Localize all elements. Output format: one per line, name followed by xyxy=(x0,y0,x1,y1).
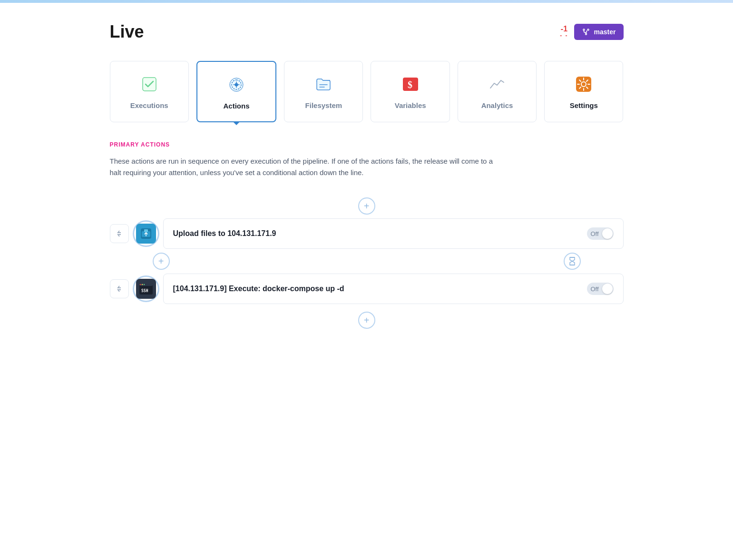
wait-icon-button[interactable] xyxy=(564,253,581,270)
svg-text:SSH: SSH xyxy=(141,289,148,293)
reorder-ssh-button[interactable] xyxy=(110,279,129,298)
action-row-ssh-wrap: SSH [104.131.171.9] Execute: docker-comp… xyxy=(110,270,624,308)
page-container: Live -1 - - master xyxy=(81,3,652,348)
tab-settings[interactable]: Settings xyxy=(544,61,623,122)
tab-executions[interactable]: Executions xyxy=(110,61,189,122)
tab-icon-executions-wrap xyxy=(138,73,161,96)
hourglass-icon xyxy=(567,256,577,266)
upload-toggle-wrap: Off xyxy=(587,227,614,240)
upload-action-icon xyxy=(136,224,156,244)
svg-rect-7 xyxy=(317,80,330,90)
action-row-ssh: SSH [104.131.171.9] Execute: docker-comp… xyxy=(110,274,624,304)
analytics-icon xyxy=(489,76,506,93)
action-row-upload: Upload files to 104.131.171.9 Off xyxy=(110,218,624,249)
tab-icon-variables-wrap: $ xyxy=(399,73,422,96)
notification-badge: -1 - - xyxy=(560,25,568,39)
tab-icon-filesystem-wrap xyxy=(312,73,335,96)
actions-icon xyxy=(228,76,245,93)
reorder-ssh-icon xyxy=(116,285,123,293)
ssh-action-icon: SSH xyxy=(136,279,156,299)
branch-label: master xyxy=(594,28,616,36)
svg-point-1 xyxy=(587,29,589,30)
upload-toggle-label: Off xyxy=(591,230,599,237)
reorder-upload-button[interactable] xyxy=(110,224,129,243)
notification-dashes: - - xyxy=(560,33,568,39)
notification-count: -1 xyxy=(560,25,568,33)
ssh-action-name: [104.131.171.9] Execute: docker-compose … xyxy=(173,285,344,293)
branch-icon xyxy=(582,28,590,36)
branch-button[interactable]: master xyxy=(574,24,624,40)
executions-icon xyxy=(141,76,158,93)
ssh-icon-svg: SSH xyxy=(139,283,153,295)
tabs-row: Executions Actions xyxy=(110,61,624,122)
svg-point-2 xyxy=(585,33,586,35)
ssh-toggle-label: Off xyxy=(591,285,599,293)
page-header: Live -1 - - master xyxy=(110,22,624,42)
settings-icon xyxy=(575,75,593,93)
between-actions: + xyxy=(110,253,624,270)
ssh-toggle-wrap: Off xyxy=(587,283,614,295)
upload-action-icon-wrap xyxy=(133,220,159,247)
tab-label-filesystem: Filesystem xyxy=(305,101,342,109)
tab-actions[interactable]: Actions xyxy=(196,61,276,122)
section-description: These actions are run in sequence on eve… xyxy=(110,156,500,178)
svg-rect-4 xyxy=(143,78,156,91)
upload-toggle[interactable]: Off xyxy=(587,227,614,240)
svg-text:$: $ xyxy=(408,79,412,90)
tab-analytics[interactable]: Analytics xyxy=(458,61,537,122)
svg-point-0 xyxy=(583,29,585,30)
ssh-toggle-slider: Off xyxy=(587,283,614,295)
svg-rect-19 xyxy=(139,283,153,286)
tab-icon-analytics-wrap xyxy=(486,73,508,96)
header-right: -1 - - master xyxy=(560,24,623,40)
svg-point-6 xyxy=(235,83,238,87)
action-row-upload-wrap: Upload files to 104.131.171.9 Off xyxy=(110,215,624,253)
tab-label-variables: Variables xyxy=(395,101,426,109)
tab-label-actions: Actions xyxy=(223,102,249,110)
upload-toggle-slider: Off xyxy=(587,227,614,240)
add-action-bottom-button[interactable]: + xyxy=(358,312,375,329)
page-title: Live xyxy=(110,22,144,42)
add-action-top-button[interactable]: + xyxy=(358,197,375,215)
reorder-icon xyxy=(116,230,123,237)
add-action-middle-button[interactable]: + xyxy=(153,253,170,270)
tab-filesystem[interactable]: Filesystem xyxy=(284,61,363,122)
tab-icon-settings-wrap xyxy=(572,73,595,96)
ssh-toggle[interactable]: Off xyxy=(587,283,614,295)
variables-icon: $ xyxy=(401,75,420,94)
tab-variables[interactable]: $ Variables xyxy=(371,61,450,122)
filesystem-icon xyxy=(315,76,332,93)
upload-icon-svg xyxy=(140,227,152,240)
tab-label-analytics: Analytics xyxy=(481,101,513,109)
ssh-action-content[interactable]: [104.131.171.9] Execute: docker-compose … xyxy=(163,274,624,304)
tab-icon-actions-wrap xyxy=(225,73,248,96)
ssh-action-icon-wrap: SSH xyxy=(133,275,159,302)
tab-label-settings: Settings xyxy=(570,101,598,109)
section-title: PRIMARY ACTIONS xyxy=(110,141,624,148)
tab-label-executions: Executions xyxy=(130,101,168,109)
upload-action-content[interactable]: Upload files to 104.131.171.9 Off xyxy=(163,218,624,249)
upload-action-name: Upload files to 104.131.171.9 xyxy=(173,229,276,238)
actions-list: + xyxy=(110,197,624,329)
svg-rect-16 xyxy=(144,229,148,232)
